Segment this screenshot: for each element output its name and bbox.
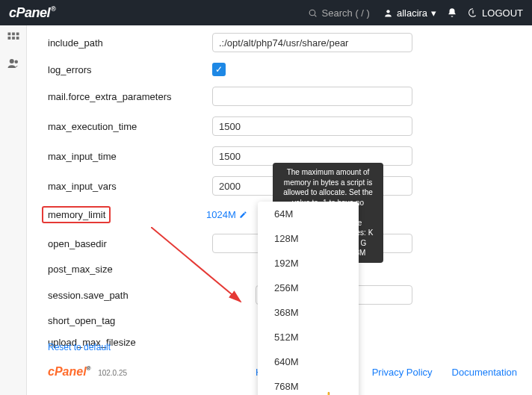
bell-icon[interactable] <box>447 7 457 18</box>
pencil-icon <box>239 211 247 219</box>
option-label: max_input_vars <box>48 181 212 192</box>
option-label: max_execution_time <box>48 121 212 132</box>
user-icon <box>383 8 393 18</box>
option-label: short_open_tag <box>48 315 212 326</box>
search-placeholder: Search ( / ) <box>322 7 370 19</box>
dropdown-option[interactable]: 512M <box>258 325 359 349</box>
memory-limit-label: memory_limit <box>42 206 111 223</box>
footer-link-docs[interactable]: Documentation <box>452 367 517 378</box>
svg-point-0 <box>309 10 315 16</box>
top-header: cPanel Search ( / ) allacira ▾ LOGOUT <box>0 0 532 25</box>
svg-rect-6 <box>7 37 10 40</box>
svg-line-11 <box>151 227 241 302</box>
annotation-arrow <box>151 227 256 317</box>
memory-limit-select[interactable]: 1024M <box>206 209 247 220</box>
logout-label: LOGOUT <box>482 7 523 19</box>
option-label: mail.force_extra_parameters <box>48 91 212 102</box>
users-icon[interactable] <box>7 57 20 70</box>
svg-line-1 <box>315 15 316 16</box>
logout-icon <box>468 7 478 18</box>
svg-point-2 <box>386 10 389 13</box>
svg-rect-4 <box>12 33 15 36</box>
svg-point-9 <box>9 59 13 63</box>
svg-rect-7 <box>12 37 15 40</box>
user-menu[interactable]: allacira ▾ <box>383 7 436 19</box>
logout-button[interactable]: LOGOUT <box>468 7 523 19</box>
svg-rect-8 <box>16 37 19 40</box>
dropdown-option[interactable]: 768M <box>258 374 359 395</box>
version-label: 102.0.25 <box>98 369 127 377</box>
option-label: log_errors <box>48 64 212 75</box>
dropdown-option[interactable]: 128M <box>258 226 359 251</box>
username: allacira <box>397 7 427 19</box>
dropdown-option[interactable]: 64M <box>258 202 359 226</box>
dropdown-option[interactable]: 192M <box>258 251 359 276</box>
grid-icon[interactable] <box>7 31 20 45</box>
log-errors-checkbox[interactable]: ✓ <box>212 63 226 76</box>
memory-limit-dropdown: 64M 128M 192M 256M 368M 512M 640M 768M 1… <box>258 202 359 395</box>
dropdown-option[interactable]: 368M <box>258 300 359 325</box>
option-label: max_input_time <box>48 151 212 162</box>
svg-point-10 <box>14 60 18 64</box>
left-sidebar <box>0 25 27 395</box>
footer-link-privacy[interactable]: Privacy Policy <box>372 367 433 378</box>
brand-logo: cPanel <box>9 5 55 21</box>
search-box[interactable]: Search ( / ) <box>308 7 370 19</box>
dropdown-option[interactable]: 256M <box>258 276 359 300</box>
max-exec-time-input[interactable] <box>212 116 412 136</box>
svg-rect-3 <box>7 33 10 36</box>
cursor-pointer-icon: 👆 <box>323 391 337 395</box>
chevron-down-icon: ▾ <box>431 7 436 19</box>
include-path-input[interactable] <box>212 33 412 52</box>
mail-params-input[interactable] <box>212 87 412 106</box>
dropdown-option[interactable]: 640M <box>258 349 359 374</box>
option-label: include_path <box>48 37 212 49</box>
search-icon <box>308 8 318 18</box>
settings-panel: include_path log_errors✓ mail.force_extr… <box>27 25 532 395</box>
footer-brand: cPanel 102.0.25 <box>48 365 127 379</box>
svg-rect-5 <box>16 33 19 36</box>
